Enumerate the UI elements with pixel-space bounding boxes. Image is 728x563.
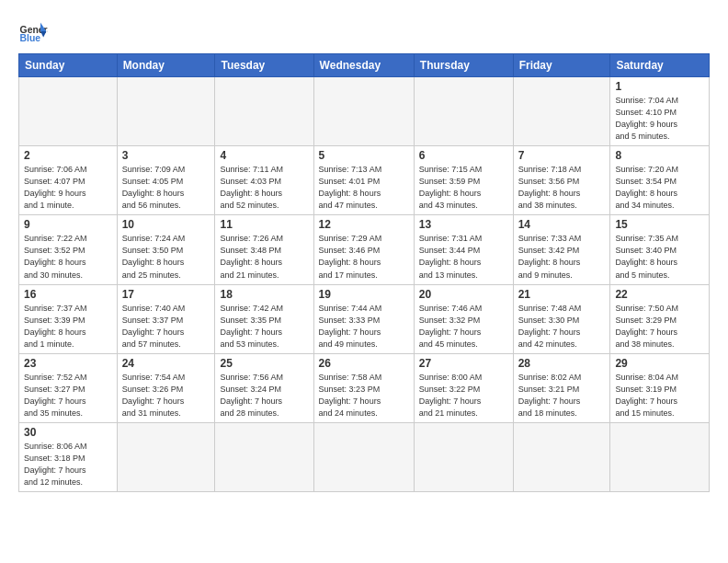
day-number: 16 [24,288,112,301]
day-number: 19 [319,288,409,301]
day-number: 4 [220,149,308,162]
day-number: 6 [419,149,508,162]
calendar-row: 30Sunrise: 8:06 AM Sunset: 3:18 PM Dayli… [19,422,710,491]
day-empty [215,422,313,491]
day-info: Sunrise: 7:31 AM Sunset: 3:44 PM Dayligh… [419,233,508,281]
day-number: 8 [615,149,704,162]
day-empty [313,422,414,491]
day-6: 6Sunrise: 7:15 AM Sunset: 3:59 PM Daylig… [414,146,513,215]
day-info: Sunrise: 7:48 AM Sunset: 3:30 PM Dayligh… [518,303,606,350]
day-info: Sunrise: 7:52 AM Sunset: 3:27 PM Dayligh… [24,372,112,419]
weekday-header: Wednesday [313,54,414,77]
day-7: 7Sunrise: 7:18 AM Sunset: 3:56 PM Daylig… [513,146,610,215]
day-number: 30 [24,426,112,439]
day-info: Sunrise: 7:40 AM Sunset: 3:37 PM Dayligh… [122,303,210,350]
day-empty [19,77,118,146]
day-info: Sunrise: 7:24 AM Sunset: 3:50 PM Dayligh… [122,233,210,281]
day-info: Sunrise: 7:04 AM Sunset: 4:10 PM Dayligh… [615,95,704,143]
svg-text:Blue: Blue [20,33,41,43]
day-number: 21 [518,288,606,301]
day-18: 18Sunrise: 7:42 AM Sunset: 3:35 PM Dayli… [215,284,313,353]
logo-icon: General Blue [18,17,48,46]
day-25: 25Sunrise: 7:56 AM Sunset: 3:24 PM Dayli… [215,353,313,422]
day-30: 30Sunrise: 8:06 AM Sunset: 3:18 PM Dayli… [19,422,118,491]
day-number: 18 [220,288,308,301]
day-number: 23 [24,357,112,370]
day-info: Sunrise: 7:42 AM Sunset: 3:35 PM Dayligh… [220,303,308,350]
day-29: 29Sunrise: 8:04 AM Sunset: 3:19 PM Dayli… [610,353,710,422]
day-number: 13 [419,218,508,231]
day-number: 15 [615,218,704,231]
day-number: 7 [518,149,606,162]
day-3: 3Sunrise: 7:09 AM Sunset: 4:05 PM Daylig… [117,146,215,215]
day-number: 3 [122,149,210,162]
day-2: 2Sunrise: 7:06 AM Sunset: 4:07 PM Daylig… [19,146,118,215]
day-11: 11Sunrise: 7:26 AM Sunset: 3:48 PM Dayli… [215,215,313,284]
calendar-row: 9Sunrise: 7:22 AM Sunset: 3:52 PM Daylig… [19,215,710,284]
day-9: 9Sunrise: 7:22 AM Sunset: 3:52 PM Daylig… [19,215,118,284]
day-number: 5 [319,149,409,162]
weekday-header: Thursday [414,54,513,77]
day-1: 1Sunrise: 7:04 AM Sunset: 4:10 PM Daylig… [610,77,710,146]
calendar-row: 2Sunrise: 7:06 AM Sunset: 4:07 PM Daylig… [19,146,710,215]
day-empty [117,77,215,146]
day-info: Sunrise: 8:02 AM Sunset: 3:21 PM Dayligh… [518,372,606,419]
day-info: Sunrise: 8:04 AM Sunset: 3:19 PM Dayligh… [615,372,704,419]
day-13: 13Sunrise: 7:31 AM Sunset: 3:44 PM Dayli… [414,215,513,284]
day-23: 23Sunrise: 7:52 AM Sunset: 3:27 PM Dayli… [19,353,118,422]
day-info: Sunrise: 7:56 AM Sunset: 3:24 PM Dayligh… [220,372,308,419]
calendar-row: 16Sunrise: 7:37 AM Sunset: 3:39 PM Dayli… [19,284,710,353]
weekday-header: Monday [117,54,215,77]
day-4: 4Sunrise: 7:11 AM Sunset: 4:03 PM Daylig… [215,146,313,215]
day-number: 14 [518,218,606,231]
day-info: Sunrise: 7:46 AM Sunset: 3:32 PM Dayligh… [419,303,508,350]
day-5: 5Sunrise: 7:13 AM Sunset: 4:01 PM Daylig… [313,146,414,215]
day-empty [610,422,710,491]
day-number: 20 [419,288,508,301]
day-27: 27Sunrise: 8:00 AM Sunset: 3:22 PM Dayli… [414,353,513,422]
day-info: Sunrise: 7:13 AM Sunset: 4:01 PM Dayligh… [319,164,409,212]
day-number: 22 [615,288,704,301]
day-info: Sunrise: 7:26 AM Sunset: 3:48 PM Dayligh… [220,233,308,281]
day-info: Sunrise: 7:35 AM Sunset: 3:40 PM Dayligh… [615,233,704,281]
day-empty [215,77,313,146]
weekday-header: Tuesday [215,54,313,77]
day-10: 10Sunrise: 7:24 AM Sunset: 3:50 PM Dayli… [117,215,215,284]
day-16: 16Sunrise: 7:37 AM Sunset: 3:39 PM Dayli… [19,284,118,353]
day-17: 17Sunrise: 7:40 AM Sunset: 3:37 PM Dayli… [117,284,215,353]
day-info: Sunrise: 7:11 AM Sunset: 4:03 PM Dayligh… [220,164,308,212]
day-info: Sunrise: 7:20 AM Sunset: 3:54 PM Dayligh… [615,164,704,212]
day-info: Sunrise: 7:15 AM Sunset: 3:59 PM Dayligh… [419,164,508,212]
day-number: 25 [220,357,308,370]
day-info: Sunrise: 7:22 AM Sunset: 3:52 PM Dayligh… [24,233,112,281]
day-number: 2 [24,149,112,162]
day-info: Sunrise: 7:58 AM Sunset: 3:23 PM Dayligh… [319,372,409,419]
day-number: 1 [615,80,704,93]
day-26: 26Sunrise: 7:58 AM Sunset: 3:23 PM Dayli… [313,353,414,422]
calendar-table: SundayMondayTuesdayWednesdayThursdayFrid… [18,53,710,492]
day-info: Sunrise: 7:29 AM Sunset: 3:46 PM Dayligh… [319,233,409,281]
day-number: 12 [319,218,409,231]
day-info: Sunrise: 8:06 AM Sunset: 3:18 PM Dayligh… [24,441,112,488]
day-19: 19Sunrise: 7:44 AM Sunset: 3:33 PM Dayli… [313,284,414,353]
day-number: 9 [24,218,112,231]
day-empty [513,422,610,491]
weekday-header: Saturday [610,54,710,77]
day-15: 15Sunrise: 7:35 AM Sunset: 3:40 PM Dayli… [610,215,710,284]
weekday-header: Friday [513,54,610,77]
day-info: Sunrise: 7:37 AM Sunset: 3:39 PM Dayligh… [24,303,112,350]
day-14: 14Sunrise: 7:33 AM Sunset: 3:42 PM Dayli… [513,215,610,284]
day-empty [414,422,513,491]
calendar-row: 23Sunrise: 7:52 AM Sunset: 3:27 PM Dayli… [19,353,710,422]
day-number: 10 [122,218,210,231]
day-number: 24 [122,357,210,370]
day-number: 27 [419,357,508,370]
day-info: Sunrise: 7:50 AM Sunset: 3:29 PM Dayligh… [615,303,704,350]
day-empty [513,77,610,146]
day-empty [414,77,513,146]
weekday-header-row: SundayMondayTuesdayWednesdayThursdayFrid… [19,54,710,77]
page-header: General Blue [18,17,710,46]
day-info: Sunrise: 7:09 AM Sunset: 4:05 PM Dayligh… [122,164,210,212]
day-number: 26 [319,357,409,370]
day-empty [313,77,414,146]
